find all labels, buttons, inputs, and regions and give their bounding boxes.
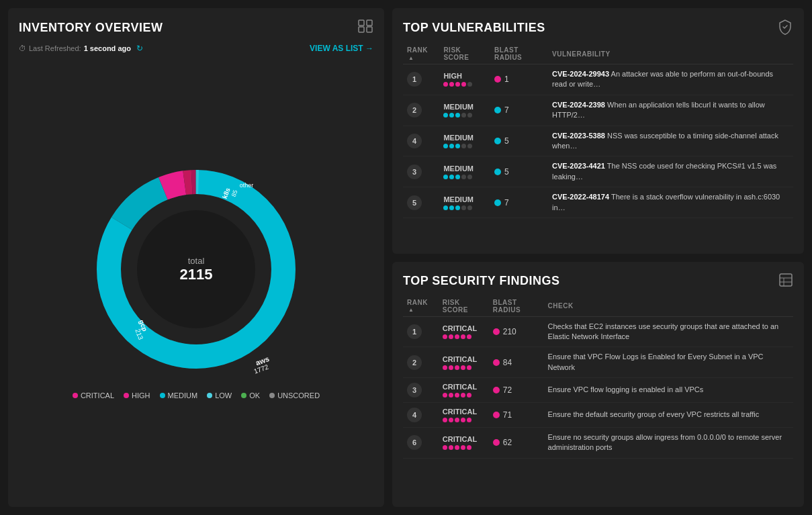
blast-dot (493, 328, 500, 335)
rank-col-header: RANK ▲ (403, 44, 439, 64)
shield-icon (777, 19, 793, 37)
refresh-label: Last Refreshed: (29, 44, 81, 52)
blast-value: 210 (503, 327, 516, 336)
blast-cell: 5 (490, 156, 548, 187)
sec-blast-cell: 62 (489, 428, 544, 459)
table-row: 4 CRITICAL 71 Ensure the default securit… (403, 403, 793, 428)
blast-dot (493, 412, 500, 418)
rank-badge: 1 (407, 72, 422, 87)
blast-value: 62 (503, 438, 512, 447)
vuln-text: CVE-2022-48174 There is a stack overflow… (552, 192, 789, 213)
rank-sort-icon: ▲ (408, 55, 414, 61)
inventory-header: INVENTORY OVERVIEW (19, 19, 373, 37)
blast-dot (494, 76, 501, 83)
sec-rank-cell: 1 (403, 316, 439, 347)
vuln-text: CVE-2024-2398 When an application tells … (552, 100, 789, 121)
sec-check-cell: Ensure that VPC Flow Logs is Enabled for… (544, 347, 793, 378)
svg-rect-0 (359, 20, 364, 26)
table-row: 4 MEDIUM 5 CVE-2023-5388 NSS was suscept… (403, 126, 793, 156)
sec-check-cell: Ensure VPC flow logging is enabled in al… (544, 378, 793, 403)
risk-label: MEDIUM (443, 165, 486, 173)
check-text: Checks that EC2 instances use security g… (548, 322, 789, 342)
blast-cell: 7 (490, 95, 548, 126)
blast-dot (494, 107, 501, 113)
svg-rect-1 (367, 20, 372, 26)
top-security-findings-panel: TOP SECURITY FINDINGS RANK ▲ RISK SCORE (392, 262, 804, 508)
donut-center-text: total 2115 (180, 256, 213, 283)
blast-radius-col-header: BLAST RADIUS (490, 44, 548, 64)
sec-rank-col: RANK ▲ (403, 296, 439, 317)
sec-risk-col: RISK SCORE (439, 296, 489, 317)
sec-blast-cell: 84 (489, 347, 544, 378)
vuln-col-header: VULNERABILITY (548, 44, 793, 64)
sec-table: RANK ▲ RISK SCORE BLAST RADIUS CHECK 1 C… (403, 296, 793, 459)
check-text: Ensure that VPC Flow Logs is Enabled for… (548, 352, 789, 373)
sec-rank-sort-icon: ▲ (408, 307, 414, 313)
risk-cell: MEDIUM (439, 187, 490, 218)
vuln-desc-cell: CVE-2024-2398 When an application tells … (548, 95, 793, 126)
high-dot (124, 393, 129, 398)
rank-cell: 2 (403, 95, 439, 126)
vuln-table-header: RANK ▲ RISK SCORE BLAST RADIUS VULNERABI… (403, 44, 793, 64)
risk-label: MEDIUM (443, 103, 486, 111)
table-row: 2 CRITICAL 84 Ensure that VPC Flow Logs … (403, 347, 793, 378)
refresh-icon[interactable]: ↻ (136, 44, 143, 53)
svg-rect-3 (367, 27, 372, 32)
high-label: HIGH (132, 391, 150, 400)
table-row: 1 CRITICAL 210 Checks that EC2 instances… (403, 316, 793, 347)
vuln-text: CVE-2024-29943 An attacker was able to p… (552, 69, 789, 90)
vuln-desc-cell: CVE-2023-5388 NSS was susceptible to a t… (548, 126, 793, 156)
risk-label: MEDIUM (443, 195, 486, 203)
sec-risk-cell: CRITICAL (439, 316, 489, 347)
top-vulnerabilities-panel: TOP VULNERABILITIES RANK ▲ RISK SCORE BL… (392, 8, 804, 254)
sec-rank-cell: 6 (403, 428, 439, 459)
svg-rect-5 (780, 274, 792, 286)
rank-cell: 3 (403, 156, 439, 187)
table-icon (778, 273, 793, 289)
chart-area: aws 1772 gcp 213 k8s 85 other total 2115 (19, 58, 373, 496)
blast-value: 71 (503, 410, 512, 420)
sec-risk-cell: CRITICAL (439, 428, 489, 459)
check-text: Ensure VPC flow logging is enabled in al… (548, 385, 789, 395)
rank-badge: 2 (407, 103, 422, 118)
vuln-desc-cell: CVE-2024-29943 An attacker was able to p… (548, 64, 793, 95)
blast-dot (494, 169, 501, 175)
medium-dot (160, 393, 165, 398)
donut-chart: aws 1772 gcp 213 k8s 85 other total 2115 (82, 155, 310, 383)
risk-label: HIGH (443, 72, 486, 80)
rank-badge: 3 (407, 383, 422, 397)
refresh-time: 1 second ago (84, 44, 131, 52)
risk-label: CRITICAL (443, 324, 485, 332)
blast-value: 84 (503, 358, 512, 367)
table-row: 2 MEDIUM 7 CVE-2024-2398 When an applica… (403, 95, 793, 126)
sec-table-header: RANK ▲ RISK SCORE BLAST RADIUS CHECK (403, 296, 793, 317)
blast-dot (493, 359, 500, 366)
ok-label: OK (249, 391, 260, 400)
vuln-text: CVE-2023-5388 NSS was susceptible to a t… (552, 131, 789, 152)
vuln-header: TOP VULNERABILITIES (403, 19, 793, 37)
blast-value: 7 (504, 198, 509, 207)
sec-blast-col: BLAST RADIUS (489, 296, 544, 317)
inventory-icon (357, 19, 373, 37)
check-text: Ensure the default security group of eve… (548, 410, 789, 420)
rank-badge: 3 (407, 165, 422, 179)
risk-cell: MEDIUM (439, 95, 490, 126)
sec-risk-cell: CRITICAL (439, 347, 489, 378)
blast-value: 1 (504, 75, 509, 84)
blast-value: 5 (504, 167, 509, 177)
critical-dot (73, 393, 78, 398)
rank-cell: 1 (403, 64, 439, 95)
vuln-table: RANK ▲ RISK SCORE BLAST RADIUS VULNERABI… (403, 44, 793, 218)
blast-dot (493, 439, 500, 446)
risk-label: CRITICAL (443, 355, 485, 363)
rank-badge: 6 (407, 435, 422, 450)
sec-check-cell: Ensure the default security group of eve… (544, 403, 793, 428)
legend-high: HIGH (124, 391, 150, 400)
view-as-list-link[interactable]: VIEW AS LIST → (310, 44, 373, 53)
other-label: other (240, 182, 254, 189)
risk-label: CRITICAL (443, 435, 485, 443)
blast-dot (494, 199, 501, 206)
refresh-bar: ⏱ Last Refreshed: 1 second ago ↻ VIEW AS… (19, 44, 373, 53)
risk-label: MEDIUM (443, 134, 486, 142)
legend-ok: OK (241, 391, 260, 400)
